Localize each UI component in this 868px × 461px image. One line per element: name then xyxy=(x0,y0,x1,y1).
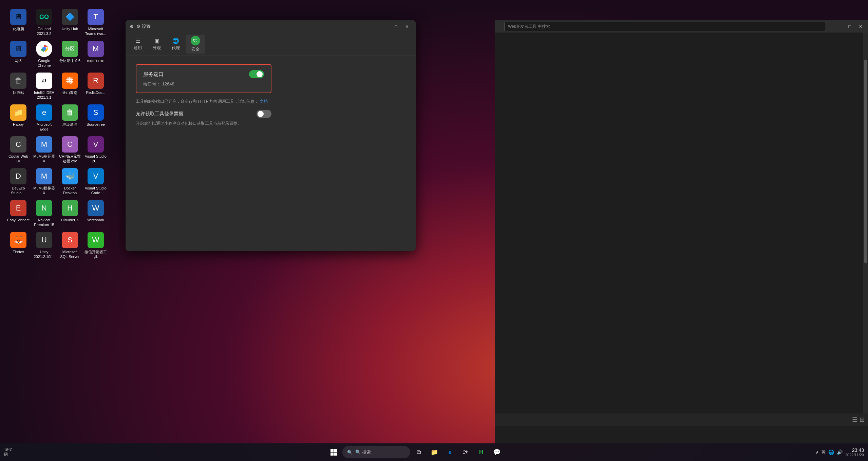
taskbar-center: 🔍 🔍 搜索 ⧉ 📁 e 🛍 H 💬 xyxy=(327,445,504,459)
wechat-taskbar-button[interactable]: 💬 xyxy=(490,445,504,459)
settings-minimize-btn[interactable]: — xyxy=(380,22,390,31)
desktop-icon-redis[interactable]: R RedisDes... xyxy=(83,70,108,100)
jinshan-label: 金山毒霸 xyxy=(62,90,77,95)
right-panel-scrollbar[interactable] xyxy=(863,33,868,426)
goland-label: GoLand 2021.3.2 xyxy=(33,26,56,36)
firefox-label: Firefox xyxy=(13,249,24,254)
sourcetree-label: Sourcetree xyxy=(87,122,105,127)
svg-rect-3 xyxy=(334,449,337,452)
hbuilder-label: HBuilder X xyxy=(61,218,79,222)
right-panel-close-btn[interactable]: ✕ xyxy=(856,22,865,31)
taskbar-right: ∧ 英 🌐 🔊 23:43 2022/11/20 xyxy=(816,447,864,457)
goland-icon: GO xyxy=(36,9,52,25)
port-prefix: 端口号： xyxy=(143,81,161,86)
desktop-icon-hbuilder[interactable]: H HBuilder X xyxy=(58,197,82,228)
desktop-icon-chiner[interactable]: C CHINER元数建模.exe xyxy=(58,134,82,164)
desktop-icon-navicat[interactable]: N Navicat Premium 15 xyxy=(32,197,56,228)
general-tab-icon: ☰ xyxy=(135,38,140,44)
token-toggle[interactable] xyxy=(257,110,271,118)
windows-start-button[interactable] xyxy=(327,445,341,459)
desktop-icon-docker[interactable]: 🐳 Docker Desktop xyxy=(58,165,82,196)
mumum-label: MuMu模拟器X xyxy=(33,186,56,196)
weather-temp: 18°C xyxy=(4,448,13,452)
desktop-icon-firefox[interactable]: 🦊 Firefox xyxy=(6,229,31,260)
desktop-icon-edge[interactable]: e Microsoft Edge xyxy=(32,102,56,132)
security-tab-label: 安全 xyxy=(191,46,200,52)
desktop-icon-pc[interactable]: 🖥 此电脑 xyxy=(6,6,31,37)
desktop-icon-wechat[interactable]: W 微信开发者工具 xyxy=(83,229,108,260)
desktop-icon-chrome[interactable]: Google Chrome xyxy=(32,38,56,68)
search-icon: 🔍 xyxy=(347,450,353,455)
desktop-icon-recycle[interactable]: 🗑 回收站 xyxy=(6,70,31,100)
desktop-icon-mssql[interactable]: S Microsoft SQL Server ... xyxy=(58,229,82,260)
token-row: 允许获取工具登录票据 xyxy=(136,110,271,118)
tray-expand-icon[interactable]: ∧ xyxy=(816,450,819,455)
tab-security[interactable]: 🛡 安全 xyxy=(186,35,205,54)
token-desc: 开启后可以通过小程序自动化接口获取工具当前登录票据。 xyxy=(136,121,339,126)
weather-desc: 阴 xyxy=(4,452,8,457)
desktop-icon-mumum[interactable]: M MuMu模拟器X xyxy=(32,165,56,196)
tab-general[interactable]: ☰ 通用 xyxy=(129,36,147,52)
right-panel-maximize-btn[interactable]: □ xyxy=(845,22,854,31)
teams-label: Microsoft Teams (wo... xyxy=(84,26,107,36)
grid-view-icon[interactable]: ⊞ xyxy=(860,416,865,423)
network-icon: 🖥 xyxy=(10,41,26,57)
tab-appearance[interactable]: ▣ 外观 xyxy=(148,36,166,52)
mqtt-icon: M xyxy=(88,41,104,57)
edge-taskbar-button[interactable]: e xyxy=(443,445,457,459)
file-explorer-button[interactable]: 📁 xyxy=(427,445,441,459)
taskbar-search[interactable]: 🔍 🔍 搜索 xyxy=(342,446,410,458)
desktop-icon-mqtt[interactable]: M mqttfx.exe xyxy=(83,38,108,68)
mumu-label: MuMu多开器X xyxy=(33,154,56,164)
tab-proxy[interactable]: 🌐 代理 xyxy=(167,36,185,52)
desktop-icon-sourcetree[interactable]: S Sourcetree xyxy=(83,102,108,132)
desktop-icon-idea[interactable]: IJ IntelliJ IDEA 2021.3.1 xyxy=(32,70,56,100)
unity-hub-icon: 🔷 xyxy=(62,9,78,25)
navicat-icon: N xyxy=(36,200,52,216)
store-taskbar-button[interactable]: 🛍 xyxy=(458,445,473,459)
service-doc-link[interactable]: 文档 xyxy=(260,99,268,104)
desktop-icon-easy[interactable]: E EasyConnect xyxy=(6,197,31,228)
unity2-icon: U xyxy=(36,232,52,248)
desktop-icon-mumu[interactable]: M MuMu多开器X xyxy=(32,134,56,164)
desktop-icon-unity-hub[interactable]: 🔷 Unity Hub xyxy=(58,6,82,37)
desktop-icon-cpolar[interactable]: C Cpolar Web UI xyxy=(6,134,31,164)
desktop-icon-goland[interactable]: GO GoLand 2021.3.2 xyxy=(32,6,56,37)
desktop-icon-trash[interactable]: 🗑 垃圾清理 xyxy=(58,102,82,132)
mumum-icon: M xyxy=(36,168,52,184)
pc-label: 此电脑 xyxy=(13,26,24,31)
right-panel-minimize-btn[interactable]: — xyxy=(834,22,844,31)
fenqu-icon: 分区 xyxy=(62,41,78,57)
desktop-icon-happy[interactable]: 📁 Happy xyxy=(6,102,31,132)
desktop-icon-unity2[interactable]: U Unity 2021.2.10f... xyxy=(32,229,56,260)
hbuilder-taskbar-button[interactable]: H xyxy=(474,445,488,459)
recycle-icon: 🗑 xyxy=(10,73,26,89)
desktop-icon-vscode[interactable]: V Visual Studio Code xyxy=(83,165,108,196)
desktop-icon-network[interactable]: 🖥 网络 xyxy=(6,38,31,68)
service-port-toggle[interactable] xyxy=(249,70,264,78)
settings-gear-icon: ⚙ xyxy=(130,24,134,29)
desktop-icon-wireshark[interactable]: W Wireshark xyxy=(83,197,108,228)
service-info-text: 工具的服务端口已开启，命令行和 HTTP 均可调用工具，详细信息： 文档 xyxy=(136,99,405,104)
clock-date: 2022/11/20 xyxy=(845,453,864,457)
settings-title-text: ⚙ 设置 xyxy=(136,23,151,29)
token-section: 允许获取工具登录票据 开启后可以通过小程序自动化接口获取工具当前登录票据。 xyxy=(136,110,405,126)
devtools-search-placeholder: Web开发者工具 中搜索 xyxy=(508,24,550,29)
list-view-icon[interactable]: ☰ xyxy=(852,416,857,423)
trash-label: 垃圾清理 xyxy=(62,122,77,127)
settings-maximize-btn[interactable]: □ xyxy=(391,22,401,31)
devtools-search-bar[interactable]: Web开发者工具 中搜索 xyxy=(504,22,826,31)
desktop-icon-teams[interactable]: T Microsoft Teams (wo... xyxy=(83,6,108,37)
desktop-icon-jinshan[interactable]: 毒 金山毒霸 xyxy=(58,70,82,100)
settings-close-btn[interactable]: ✕ xyxy=(402,22,412,31)
settings-toolbar: ☰ 通用 ▣ 外观 🌐 代理 🛡 安全 xyxy=(126,33,416,56)
desktop-icons-grid: 🖥 此电脑 GO GoLand 2021.3.2 🔷 Unity Hub T M… xyxy=(3,3,109,441)
edge-label: Microsoft Edge xyxy=(33,122,56,132)
desktop-icon-deveco[interactable]: D DevEco Studio ... xyxy=(6,165,31,196)
desktop-icon-vstudio[interactable]: V Visual Studio 20... xyxy=(83,134,108,164)
happy-icon: 📁 xyxy=(10,104,26,121)
task-view-button[interactable]: ⧉ xyxy=(412,445,426,459)
right-panel: Web开发者工具 中搜索 — □ ✕ ☰ ⊞ xyxy=(495,20,868,443)
desktop-icon-fenqu[interactable]: 分区 分区助手 9.6 xyxy=(58,38,82,68)
mssql-icon: S xyxy=(62,232,78,248)
